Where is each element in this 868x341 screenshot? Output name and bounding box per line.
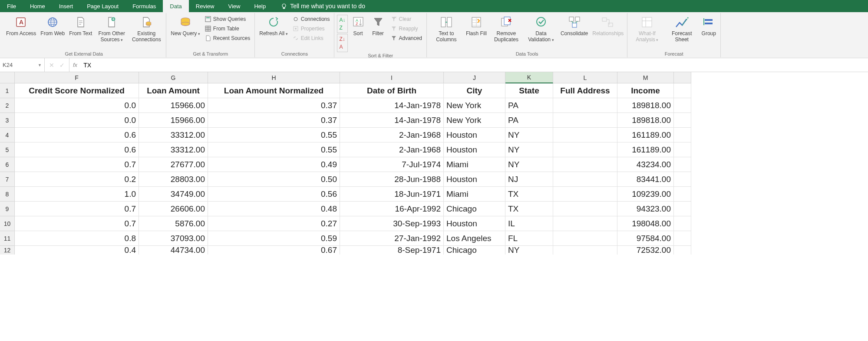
data-cell[interactable]: 28-Jun-1988 (340, 172, 444, 187)
data-cell[interactable]: Houston (444, 216, 505, 231)
data-cell[interactable]: 18-Jun-1971 (340, 187, 444, 202)
data-cell[interactable]: 2-Jan-1968 (340, 142, 444, 157)
data-cell[interactable]: 97584.00 (617, 231, 674, 246)
data-cell[interactable]: 5876.00 (139, 216, 208, 231)
tell-me-search[interactable]: Tell me what you want to do (276, 0, 370, 12)
header-cell[interactable]: Date of Birth (340, 83, 444, 98)
from-text-button[interactable]: From Text (67, 14, 94, 37)
data-cell[interactable]: 27677.00 (139, 157, 208, 172)
header-cell[interactable]: Credit Score Normalized (15, 83, 139, 98)
from-web-button[interactable]: From Web (39, 14, 66, 37)
data-cell[interactable] (674, 231, 691, 246)
data-cell[interactable] (553, 157, 617, 172)
data-cell[interactable]: NY (505, 142, 553, 157)
col-header-next[interactable] (674, 72, 691, 83)
tab-page-layout[interactable]: Page Layout (80, 0, 125, 12)
data-cell[interactable] (674, 98, 691, 113)
forecast-sheet-button[interactable]: Forecast Sheet (665, 14, 699, 44)
name-box-dropdown-icon[interactable]: ▼ (38, 63, 42, 67)
data-cell[interactable]: 28803.00 (139, 172, 208, 187)
data-cell[interactable]: 189818.00 (617, 113, 674, 128)
data-cell[interactable] (674, 157, 691, 172)
data-cell[interactable]: 44734.00 (139, 246, 208, 255)
tab-data[interactable]: Data (163, 0, 188, 12)
header-cell[interactable]: City (444, 83, 505, 98)
data-cell[interactable] (674, 187, 691, 202)
data-cell[interactable] (553, 231, 617, 246)
data-cell[interactable]: FL (505, 231, 553, 246)
data-cell[interactable]: 189818.00 (617, 98, 674, 113)
data-cell[interactable]: 109239.00 (617, 187, 674, 202)
data-cell[interactable]: 33312.00 (139, 142, 208, 157)
recent-sources-button[interactable]: Recent Sources (203, 34, 252, 43)
sort-desc-button[interactable]: Z↓A (337, 34, 347, 52)
row-header[interactable]: 12 (0, 246, 15, 255)
data-validation-button[interactable]: Data Validation (524, 14, 558, 44)
data-cell[interactable]: 198048.00 (617, 216, 674, 231)
data-cell[interactable]: 33312.00 (139, 128, 208, 142)
new-query-button[interactable]: New Query (169, 14, 202, 37)
header-cell[interactable]: Loan Amount Normalized (208, 83, 340, 98)
data-cell[interactable]: 16-Apr-1992 (340, 202, 444, 216)
data-cell[interactable] (674, 216, 691, 231)
data-cell[interactable] (553, 142, 617, 157)
data-cell[interactable]: 1.0 (15, 187, 139, 202)
enter-icon[interactable]: ✓ (59, 62, 65, 69)
select-all-corner[interactable] (0, 72, 15, 83)
row-header[interactable]: 6 (0, 157, 15, 172)
data-cell[interactable]: 0.7 (15, 157, 139, 172)
fx-icon[interactable]: fx (69, 62, 81, 68)
data-cell[interactable]: 0.55 (208, 142, 340, 157)
data-cell[interactable]: 94323.00 (617, 202, 674, 216)
tab-formulas[interactable]: Formulas (125, 0, 163, 12)
data-cell[interactable]: 2-Jan-1968 (340, 128, 444, 142)
data-cell[interactable]: NY (505, 246, 553, 255)
data-cell[interactable] (674, 142, 691, 157)
data-cell[interactable] (674, 172, 691, 187)
sort-asc-button[interactable]: A↓Z (337, 15, 347, 33)
tab-home[interactable]: Home (23, 0, 52, 12)
show-queries-button[interactable]: Show Queries (203, 15, 252, 23)
row-header[interactable]: 2 (0, 98, 15, 113)
data-cell[interactable] (553, 113, 617, 128)
data-cell[interactable]: 43234.00 (617, 157, 674, 172)
col-header-H[interactable]: H (208, 72, 340, 83)
what-if-analysis-button[interactable]: What-If Analysis (630, 14, 664, 44)
group-button[interactable]: Group (700, 14, 718, 37)
data-cell[interactable]: TX (505, 202, 553, 216)
row-header[interactable]: 7 (0, 172, 15, 187)
from-other-sources-button[interactable]: From Other Sources (95, 14, 129, 44)
header-cell[interactable]: Income (617, 83, 674, 98)
data-cell[interactable]: 0.7 (15, 216, 139, 231)
data-cell[interactable] (553, 187, 617, 202)
data-cell[interactable]: NY (505, 157, 553, 172)
data-cell[interactable]: Chicago (444, 246, 505, 255)
data-cell[interactable]: 161189.00 (617, 128, 674, 142)
formula-input[interactable] (81, 58, 868, 72)
data-cell[interactable]: Chicago (444, 202, 505, 216)
data-cell[interactable] (674, 128, 691, 142)
data-cell[interactable]: 0.37 (208, 98, 340, 113)
header-cell[interactable]: Loan Amount (139, 83, 208, 98)
data-cell[interactable]: 0.2 (15, 172, 139, 187)
data-cell[interactable] (674, 246, 691, 255)
data-cell[interactable]: 83441.00 (617, 172, 674, 187)
row-header[interactable]: 9 (0, 202, 15, 216)
flash-fill-button[interactable]: Flash Fill (464, 14, 488, 37)
data-cell[interactable]: 0.0 (15, 98, 139, 113)
data-cell[interactable]: 30-Sep-1993 (340, 216, 444, 231)
filter-button[interactable]: Filter (369, 14, 388, 37)
header-cell[interactable]: State (505, 83, 553, 98)
data-cell[interactable]: 15966.00 (139, 113, 208, 128)
row-header[interactable]: 10 (0, 216, 15, 231)
text-to-columns-button[interactable]: Text to Columns (429, 14, 463, 44)
col-header-M[interactable]: M (617, 72, 674, 83)
data-cell[interactable]: 0.49 (208, 157, 340, 172)
col-header-J[interactable]: J (444, 72, 505, 83)
data-cell[interactable]: 0.67 (208, 246, 340, 255)
remove-duplicates-button[interactable]: Remove Duplicates (489, 14, 523, 44)
data-cell[interactable]: PA (505, 98, 553, 113)
row-header[interactable]: 8 (0, 187, 15, 202)
data-cell[interactable]: Los Angeles (444, 231, 505, 246)
tab-review[interactable]: Review (189, 0, 221, 12)
